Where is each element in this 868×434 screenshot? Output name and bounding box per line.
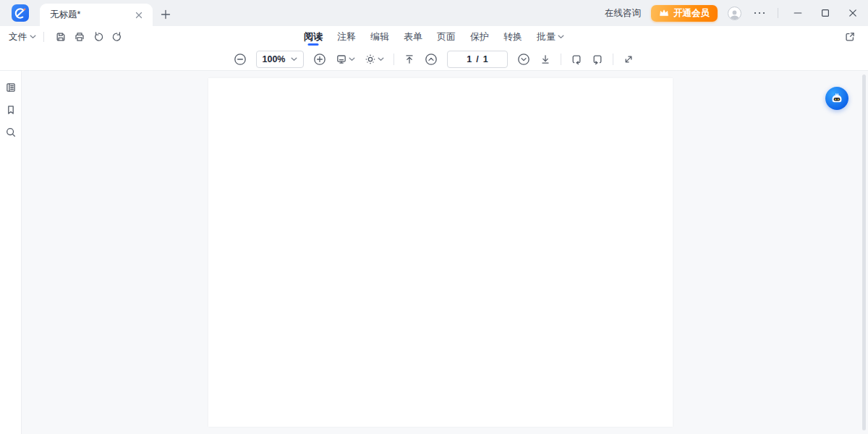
menubar-divider	[43, 32, 44, 42]
ribbon-tabs: 阅读 注释 编辑 表单 页面 保护 转换 批量	[304, 26, 564, 48]
document-tab[interactable]: 无标题*	[40, 4, 153, 26]
scroll-to-bottom-button[interactable]	[540, 54, 551, 65]
document-page[interactable]	[208, 78, 673, 427]
document-tab-title: 无标题*	[50, 9, 132, 21]
nav-tab-page[interactable]: 页面	[437, 26, 456, 48]
chevron-down-icon	[30, 35, 36, 39]
next-page-button[interactable]	[517, 53, 530, 66]
membership-button[interactable]: 开通会员	[651, 5, 718, 22]
more-menu-button[interactable]	[752, 5, 767, 21]
workspace	[0, 71, 868, 434]
prev-page-button[interactable]	[425, 53, 438, 66]
page-view-mode-button[interactable]	[336, 54, 355, 65]
titlebar-right-controls: 在线咨询 开通会员	[605, 0, 861, 26]
pdf-editor-window: 无标题* 在线咨询 开通会员	[0, 0, 868, 434]
chevron-down-icon	[349, 57, 355, 61]
zoom-level-select[interactable]: 100%	[256, 51, 304, 68]
print-button[interactable]	[72, 29, 88, 45]
file-menu-label: 文件	[9, 31, 27, 43]
document-canvas[interactable]	[22, 71, 868, 434]
crown-icon	[659, 9, 669, 17]
nav-tab-batch[interactable]: 批量	[537, 26, 564, 48]
undo-button[interactable]	[90, 29, 106, 45]
online-support-link[interactable]: 在线咨询	[605, 7, 641, 20]
zoom-in-button[interactable]	[313, 53, 326, 66]
page-view-icon	[336, 54, 347, 65]
current-page: 1	[467, 54, 472, 64]
nav-tab-edit[interactable]: 编辑	[370, 26, 389, 48]
zoom-out-button[interactable]	[234, 53, 247, 66]
titlebar-divider	[778, 8, 778, 18]
brightness-icon	[365, 54, 376, 65]
redo-button[interactable]	[109, 29, 125, 45]
new-tab-button[interactable]	[158, 7, 173, 22]
minimize-button[interactable]	[790, 5, 806, 21]
thumbnails-panel-button[interactable]	[3, 80, 19, 95]
page-separator: /	[476, 54, 478, 64]
bookmarks-panel-button[interactable]	[3, 102, 19, 118]
page-number-input[interactable]: 1 / 1	[447, 51, 508, 68]
toolbar-divider	[561, 54, 561, 65]
vertical-scrollbar[interactable]	[862, 75, 866, 430]
open-new-window-button[interactable]	[842, 29, 858, 45]
chevron-down-icon	[291, 57, 297, 61]
nav-tab-annotate[interactable]: 注释	[337, 26, 356, 48]
nav-tab-protect[interactable]: 保护	[470, 26, 489, 48]
maximize-button[interactable]	[817, 5, 833, 21]
rotate-left-button[interactable]	[571, 54, 582, 65]
menubar: 文件	[0, 26, 868, 48]
nav-tab-convert[interactable]: 转换	[503, 26, 522, 48]
avatar[interactable]	[728, 7, 741, 20]
total-pages: 1	[483, 54, 488, 64]
toolbar: 100%	[0, 48, 868, 71]
nav-tab-read[interactable]: 阅读	[304, 26, 323, 48]
close-button[interactable]	[845, 5, 861, 21]
search-panel-button[interactable]	[3, 124, 19, 140]
left-sidebar	[0, 71, 22, 434]
background-theme-button[interactable]	[365, 54, 384, 65]
nav-tab-form[interactable]: 表单	[404, 26, 422, 48]
save-button[interactable]	[53, 29, 69, 45]
active-tab-underline	[308, 43, 319, 46]
chevron-down-icon	[378, 57, 384, 61]
chevron-down-icon	[558, 35, 564, 39]
toolbar-divider	[393, 54, 394, 65]
robot-icon	[830, 91, 844, 106]
app-logo-icon	[12, 4, 29, 22]
membership-label: 开通会员	[673, 7, 710, 20]
titlebar: 无标题* 在线咨询 开通会员	[0, 0, 868, 26]
file-menu[interactable]: 文件	[9, 31, 36, 43]
toolbar-divider	[613, 54, 613, 65]
tab-close-icon[interactable]	[132, 9, 145, 22]
ai-assistant-button[interactable]	[825, 87, 848, 110]
fullscreen-button[interactable]	[623, 54, 634, 65]
rotate-right-button[interactable]	[592, 54, 603, 65]
scroll-to-top-button[interactable]	[404, 54, 415, 65]
zoom-level-value: 100%	[263, 54, 286, 64]
